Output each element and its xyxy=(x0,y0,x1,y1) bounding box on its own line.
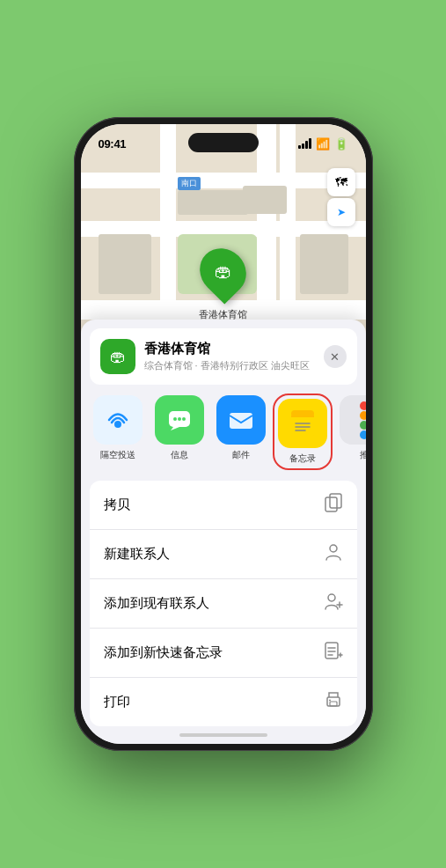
person-add-icon xyxy=(324,592,343,615)
location-icon: ➤ xyxy=(337,206,346,218)
svg-rect-18 xyxy=(325,643,338,658)
action-add-notes[interactable]: 添加到新快速备忘录 xyxy=(90,629,357,678)
svg-point-4 xyxy=(182,417,186,421)
airdrop-label: 隔空投送 xyxy=(100,449,135,461)
svg-point-14 xyxy=(330,545,337,552)
venue-left: 🏟 香港体育馆 综合体育馆 · 香港特别行政区 油尖旺区 xyxy=(100,339,310,374)
action-add-contact-label: 新建联系人 xyxy=(104,546,170,563)
venue-close-button[interactable]: ✕ xyxy=(324,345,347,368)
svg-point-3 xyxy=(178,417,181,421)
venue-info: 香港体育馆 综合体育馆 · 香港特别行政区 油尖旺区 xyxy=(144,341,310,372)
mail-icon xyxy=(228,407,254,433)
action-copy[interactable]: 拷贝 xyxy=(90,481,357,530)
svg-rect-8 xyxy=(291,416,314,417)
svg-rect-12 xyxy=(330,494,341,508)
more-icon xyxy=(360,401,366,439)
action-copy-label: 拷贝 xyxy=(104,497,130,513)
venue-name: 香港体育馆 xyxy=(144,341,310,357)
share-row: 隔空投送 信息 xyxy=(81,385,366,474)
svg-point-0 xyxy=(114,421,121,428)
home-indicator-area xyxy=(81,726,366,744)
share-airdrop[interactable]: 隔空投送 xyxy=(90,395,146,468)
map-pin: 🏟 香港体育馆 xyxy=(199,247,247,321)
svg-rect-13 xyxy=(325,497,337,511)
notes-action-icon xyxy=(324,641,343,665)
mail-icon-wrap xyxy=(216,395,266,445)
airdrop-icon-wrap xyxy=(93,395,143,445)
venue-logo-emoji: 🏟 xyxy=(110,348,126,366)
action-add-contact[interactable]: 新建联系人 xyxy=(90,530,357,579)
notes-icon xyxy=(288,408,318,438)
more-icon-wrap xyxy=(340,395,366,445)
person-icon xyxy=(324,542,343,566)
close-icon: ✕ xyxy=(330,350,340,364)
venue-logo: 🏟 xyxy=(100,339,135,374)
action-add-notes-label: 添加到新快速备忘录 xyxy=(104,644,223,661)
phone-frame: 09:41 📶 🔋 xyxy=(74,117,373,751)
more-label: 推 xyxy=(360,449,366,461)
messages-icon-wrap xyxy=(155,395,204,445)
svg-rect-5 xyxy=(230,413,252,429)
status-time: 09:41 xyxy=(99,137,127,151)
dynamic-island xyxy=(188,133,259,152)
share-messages[interactable]: 信息 xyxy=(151,395,208,468)
action-add-existing[interactable]: 添加到现有联系人 xyxy=(90,579,357,629)
svg-point-26 xyxy=(329,700,331,702)
print-icon xyxy=(324,690,343,714)
svg-point-15 xyxy=(328,594,335,601)
action-print[interactable]: 打印 xyxy=(90,678,357,726)
copy-icon xyxy=(324,493,343,517)
signal-icon xyxy=(298,138,311,149)
messages-label: 信息 xyxy=(171,449,188,461)
phone-screen: 09:41 📶 🔋 xyxy=(81,124,366,744)
battery-icon: 🔋 xyxy=(334,137,348,151)
map-pin-emoji: 🏟 xyxy=(215,261,232,282)
action-print-label: 打印 xyxy=(104,694,130,710)
status-icons: 📶 🔋 xyxy=(298,137,348,151)
map-controls: 🗺 ➤ xyxy=(327,168,355,226)
notes-icon-wrap xyxy=(278,399,327,448)
location-button[interactable]: ➤ xyxy=(327,198,355,226)
map-street-label: 南口 xyxy=(178,177,201,190)
map-type-icon: 🗺 xyxy=(335,175,347,189)
map-pin-icon: 🏟 xyxy=(190,239,255,304)
share-more[interactable]: 推 xyxy=(336,395,366,468)
svg-point-2 xyxy=(173,417,177,421)
action-add-existing-label: 添加到现有联系人 xyxy=(104,595,209,612)
bottom-sheet: 🏟 香港体育馆 综合体育馆 · 香港特别行政区 油尖旺区 ✕ xyxy=(81,320,366,744)
map-type-button[interactable]: 🗺 xyxy=(327,168,355,196)
notes-label: 备忘录 xyxy=(289,452,316,465)
share-notes[interactable]: 备忘录 xyxy=(274,395,331,468)
venue-card: 🏟 香港体育馆 综合体育馆 · 香港特别行政区 油尖旺区 ✕ xyxy=(90,328,357,385)
home-indicator xyxy=(179,733,267,737)
mail-label: 邮件 xyxy=(232,449,250,461)
venue-subtitle: 综合体育馆 · 香港特别行政区 油尖旺区 xyxy=(144,359,310,372)
messages-icon xyxy=(166,407,193,433)
share-mail[interactable]: 邮件 xyxy=(213,395,269,468)
wifi-icon: 📶 xyxy=(316,137,330,151)
airdrop-icon xyxy=(105,407,131,433)
action-list: 拷贝 新建联系人 xyxy=(90,481,357,726)
